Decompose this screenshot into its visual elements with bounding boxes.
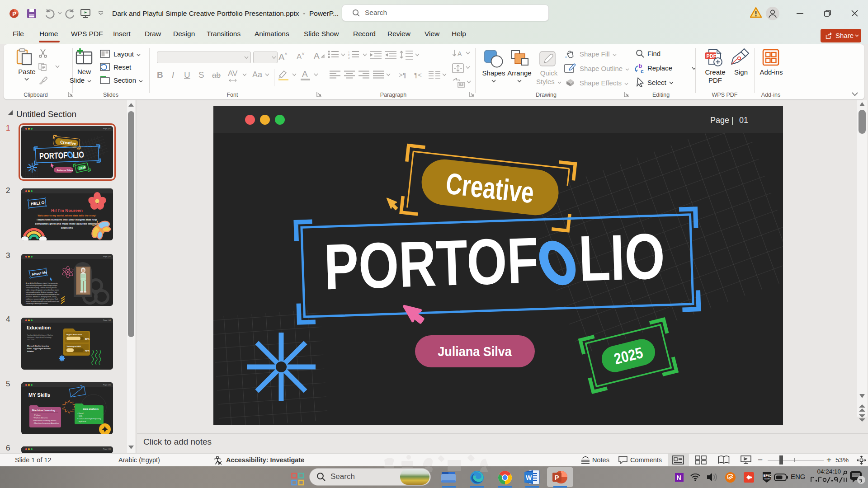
svg-text:Juliana Silva: Juliana Silva — [438, 344, 512, 359]
svg-text:2022–2026: 2022–2026 — [27, 339, 34, 341]
svg-text:Hi! I'm Noureen: Hi! I'm Noureen — [51, 208, 83, 213]
svg-text:An an Artificial Intelligence: An an Artificial Intelligence student, I… — [26, 282, 58, 284]
svg-text:decisions: decisions — [61, 226, 73, 229]
svg-text:Microsoft Machine Learning: Microsoft Machine Learning — [27, 345, 49, 347]
svg-text:GAMES: GAMES — [764, 478, 771, 480]
svg-text:about unlocking the power of d: about unlocking the power of data throug… — [26, 285, 57, 286]
svg-text:A: A — [458, 50, 462, 57]
svg-text:W: W — [526, 474, 532, 481]
svg-text:by Excel: by Excel — [79, 420, 86, 422]
svg-text:3: 3 — [348, 56, 350, 59]
svg-text:into actionable insights. But: into actionable insights. But drive inno… — [26, 291, 57, 293]
svg-text:01: 01 — [739, 116, 748, 125]
svg-text:• Python: • Python — [33, 414, 41, 416]
svg-text:80%: 80% — [85, 338, 90, 340]
svg-text:data analysis: data analysis — [83, 408, 99, 410]
svg-text:Initiative: Initiative — [27, 351, 34, 352]
svg-text:companies grow and make more a: companies grow and make more accurate st… — [35, 222, 99, 225]
svg-text:holds a story, and my goal is: holds a story, and my goal is to transla… — [26, 289, 59, 291]
svg-text:HELLO: HELLO — [31, 200, 45, 206]
svg-text:• Python libraries: • Python libraries — [33, 417, 48, 419]
svg-text:businesses make smarter decisi: businesses make smarter decisions and op… — [26, 294, 59, 296]
svg-text:EPIC: EPIC — [764, 474, 772, 478]
svg-text:P: P — [12, 10, 16, 17]
svg-text:PDF: PDF — [707, 53, 717, 59]
svg-text:Intern – Egypt Digital Pioneer: Intern – Egypt Digital Pioneers — [27, 348, 51, 350]
svg-text:PORTOFOLIO: PORTOFOLIO — [323, 220, 666, 303]
svg-text:and machine learning. I believ: and machine learning. I believe that eve… — [26, 287, 57, 289]
svg-text:• Data Cleaning&Preparing: • Data Cleaning&Preparing — [77, 418, 101, 420]
svg-text:Training in DEPI: Training in DEPI — [66, 345, 81, 347]
svg-text:• Machine Learning Basics: • Machine Learning Basics — [33, 419, 57, 422]
svg-text:problems, or uncovering hidden: problems, or uncovering hidden opportuni… — [26, 298, 58, 300]
svg-text:Welcome to my world, where dat: Welcome to my world, where data tells th… — [38, 214, 96, 217]
svg-text:Faculty of Artificial Intellig: Faculty of Artificial Intelligence | Mac… — [27, 334, 53, 336]
svg-text:N: N — [677, 474, 681, 481]
svg-text:P: P — [555, 474, 559, 481]
svg-text:Intelligence | Major AI and Te: Intelligence | Major AI and Technology — [27, 337, 52, 338]
svg-text:c: c — [641, 68, 644, 74]
svg-text:MY Skills: MY Skills — [28, 392, 50, 398]
svg-text:Machine Learning: Machine Learning — [32, 409, 55, 412]
svg-text:Juliana Silva: Juliana Silva — [57, 169, 73, 172]
svg-text:Higher Education: Higher Education — [66, 333, 82, 336]
svg-text:• Machine Learning Algorithm: • Machine Learning Algorithm — [33, 422, 59, 424]
svg-text:Education: Education — [27, 325, 51, 330]
svg-text:contributing to meaningful sol: contributing to meaningful solutions. — [26, 303, 48, 305]
svg-text:processes. Whether it's identi: processes. Whether it's identifying tren… — [26, 296, 57, 298]
svg-text:I transform numbers into clear: I transform numbers into clear insights … — [37, 218, 97, 221]
svg-text:• Excel: • Excel — [77, 412, 84, 414]
svg-text:Page |: Page | — [710, 116, 734, 125]
svg-text:• SQL: • SQL — [77, 415, 83, 417]
svg-text:45%: 45% — [85, 349, 90, 352]
svg-text:forward to applying my skills: forward to applying my skills in real wo… — [26, 300, 59, 302]
